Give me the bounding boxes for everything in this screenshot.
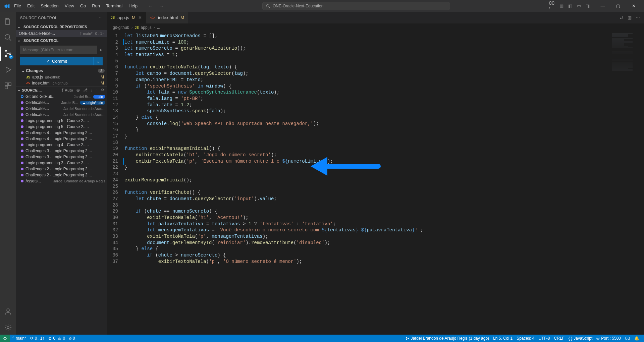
nav-back-icon[interactable]: ←	[148, 3, 153, 8]
commit-dot	[21, 174, 23, 176]
status-sync[interactable]: ⟳ 0↓ 1↑	[28, 336, 47, 341]
commit-row[interactable]: Challenges 2 - Logic Programing 2 ...	[16, 166, 107, 172]
commit-row[interactable]: Assets... Jardel Brandon de Araujo Regis	[16, 178, 107, 184]
commit-row[interactable]: Git and GitHub... Jardel Br... main	[16, 94, 107, 100]
menu-edit[interactable]: Edit	[24, 1, 37, 10]
svg-rect-11	[5, 86, 8, 89]
copilot-icon[interactable]: ▾	[549, 0, 555, 11]
window-minimize[interactable]: —	[595, 0, 610, 12]
commit-dot	[21, 131, 23, 134]
status-blame[interactable]: Jardel Brandon de Araujo Regis (1 day ag…	[404, 336, 491, 341]
status-branch[interactable]: ᚶ main*	[10, 336, 28, 341]
activity-settings[interactable]	[0, 321, 16, 335]
app-menu: FileEditSelectionViewGoRunTerminalHelp	[11, 1, 140, 10]
commit-dot	[21, 95, 23, 98]
tab-app.js[interactable]: JS app.js M ✕	[107, 12, 146, 23]
graph-pull-icon[interactable]: ↓	[90, 88, 94, 92]
panel-right-toggle-icon[interactable]: ◨	[586, 3, 590, 8]
panel-bottom-toggle-icon[interactable]: ▭	[577, 3, 581, 8]
menu-view[interactable]: View	[62, 1, 77, 10]
scm-badge: 2	[9, 55, 13, 59]
commit-dropdown[interactable]: ⌄	[93, 57, 103, 65]
chevron-down-icon: ⌄	[17, 38, 22, 43]
tab-bar: JS app.js M ✕<> index.html M ⇄ ▥ ⋯	[107, 12, 644, 23]
status-cursor[interactable]: Ln 5, Col 1	[491, 336, 515, 341]
menu-run[interactable]: Run	[89, 1, 103, 10]
close-icon[interactable]: ✕	[138, 15, 142, 20]
menu-selection[interactable]: Selection	[38, 1, 61, 10]
layout-customize-icon[interactable]: ▥	[559, 3, 564, 8]
commit-row[interactable]: Challenges 4 - Logic Programing 2 ...	[16, 130, 107, 136]
commit-row[interactable]: Challenges 3 - Logic Programing 2 ...	[16, 148, 107, 154]
svg-point-18	[408, 338, 409, 339]
scm-repo-row[interactable]: ONE-Oracle-Next-... ᚶ main* 0↓ 1↑	[16, 30, 107, 37]
commit-row[interactable]: Logic programming 5 - Course 2.....	[16, 124, 107, 130]
sidebar-more-icon[interactable]: ⋯	[99, 15, 103, 20]
nav-forward-icon[interactable]: →	[159, 3, 164, 8]
status-ports[interactable]: ⎋ 0	[67, 336, 77, 341]
changes-header[interactable]: ⌄ Changes 2	[16, 67, 107, 74]
scm-repos-header[interactable]: ⌄ SOURCE CONTROL REPOSITORIES	[16, 23, 107, 30]
commit-row[interactable]: Logic programming 3 - Course 2.....	[16, 160, 107, 166]
menu-help[interactable]: Help	[126, 1, 140, 10]
scm-header[interactable]: ⌄ SOURCE CONTROL	[16, 37, 107, 44]
graph-auto[interactable]: ᚶ Auto	[61, 88, 74, 92]
menu-file[interactable]: File	[11, 1, 24, 10]
breadcrumbs[interactable]: git-github › JS app.js › ...	[107, 23, 644, 32]
ref-badge: main	[93, 95, 105, 99]
status-problems[interactable]: ⊘ 0 ⚠ 0	[46, 336, 67, 341]
commit-row[interactable]: Challenges 2 - Logic Programing 2 ...	[16, 172, 107, 178]
activity-accounts[interactable]	[0, 304, 16, 319]
menu-terminal[interactable]: Terminal	[103, 1, 125, 10]
svg-point-13	[7, 327, 9, 329]
minimap[interactable]	[609, 32, 639, 335]
sidebar-title: SOURCE CONTROL ⋯	[16, 12, 107, 23]
chevron-down-icon: ⌄	[21, 68, 25, 73]
commit-row[interactable]: Certificates... Jardel Brandon de Arau..…	[16, 112, 107, 118]
graph-header[interactable]: ⌄ SOURCE ... ᚶ Auto ◎ ⎇ ↓ ↑ ⟳	[16, 86, 107, 94]
modified-indicator: M	[132, 15, 136, 20]
status-liveserver[interactable]: ⦾ Port : 5500	[594, 336, 623, 341]
graph-push-icon[interactable]: ↑	[95, 88, 99, 92]
commit-message-input[interactable]	[20, 46, 97, 54]
window-maximize[interactable]: ▢	[610, 0, 626, 12]
search-box[interactable]: ONE-Oracle-Next-Education	[262, 2, 450, 10]
status-bell-icon[interactable]: 🔔	[632, 336, 641, 341]
menu-go[interactable]: Go	[77, 1, 89, 10]
graph-view-icon[interactable]: ◎	[75, 88, 81, 92]
commit-row[interactable]: Challenges 3 - Logic Programing 2 ...	[16, 154, 107, 160]
status-spaces[interactable]: Spaces: 4	[515, 336, 536, 341]
status-eol[interactable]: CRLF	[552, 336, 567, 341]
commit-row[interactable]: Logic programming 4 - Course 2.....	[16, 142, 107, 148]
activity-explorer[interactable]	[0, 14, 16, 28]
js-file-icon: JS	[111, 16, 115, 19]
sparkle-icon[interactable]: ✦	[99, 48, 103, 53]
commit-dot	[21, 144, 23, 146]
window-close[interactable]: ✕	[626, 0, 641, 12]
panel-left-toggle-icon[interactable]: ◧	[568, 3, 572, 8]
changed-file[interactable]: JS app.js git-github M	[16, 74, 107, 80]
activity-run-debug[interactable]	[0, 63, 16, 77]
changed-file[interactable]: <> index.html git-github M	[16, 80, 107, 86]
graph-refresh-icon[interactable]: ⟳	[100, 88, 105, 92]
graph-branch-icon[interactable]: ⎇	[82, 88, 89, 92]
commit-row[interactable]: Certificates... Jardel Brandon de Arau..…	[16, 106, 107, 112]
status-copilot[interactable]	[623, 336, 632, 341]
text-editor[interactable]: 1234567891011121314151617181920212223242…	[107, 32, 644, 335]
editor-more-icon[interactable]: ⋯	[636, 15, 640, 20]
activity-source-control[interactable]: 2	[0, 47, 16, 61]
commit-row[interactable]: Logic programming 5 - Course 2.....	[16, 118, 107, 124]
activity-search[interactable]	[0, 31, 16, 45]
split-editor-icon[interactable]: ▥	[628, 15, 632, 20]
tab-index.html[interactable]: <> index.html M	[146, 12, 189, 23]
status-encoding[interactable]: UTF-8	[537, 336, 552, 341]
activity-extensions[interactable]	[0, 79, 16, 93]
compare-changes-icon[interactable]: ⇄	[620, 15, 624, 20]
commit-row[interactable]: Certificates... Jardel B... ☁ origin/mai…	[16, 100, 107, 106]
remote-indicator[interactable]	[0, 335, 10, 342]
svg-rect-2	[549, 2, 551, 5]
commit-dot	[21, 162, 23, 164]
commit-row[interactable]: Challenges 4 - Logic Programing 2 ...	[16, 136, 107, 142]
commit-button[interactable]: ✓ Commit	[20, 57, 93, 65]
status-language[interactable]: { } JavaScript	[567, 336, 594, 341]
